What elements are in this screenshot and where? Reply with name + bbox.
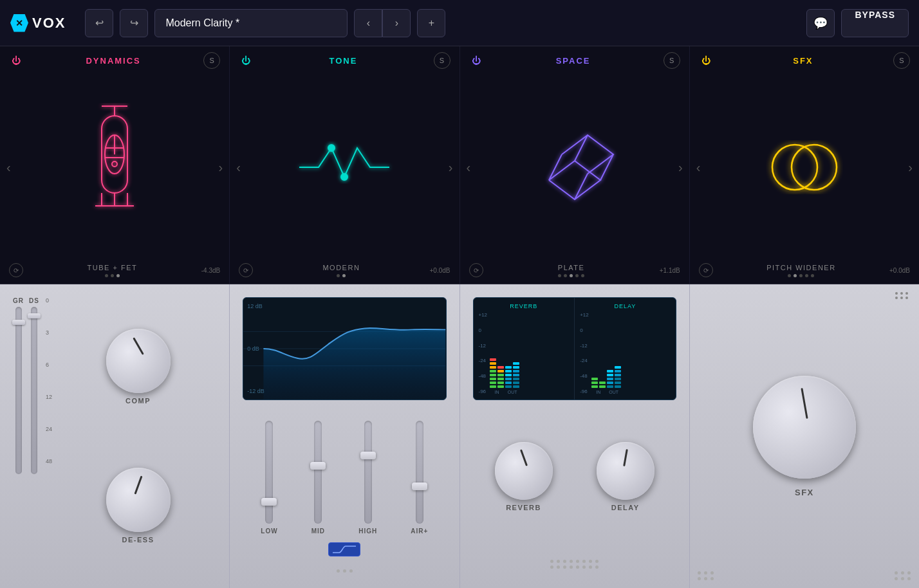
sfx-power-button[interactable]: ⏻: [699, 53, 713, 68]
redo-button[interactable]: ↪: [120, 9, 148, 37]
space-next-arrow[interactable]: ›: [672, 153, 689, 181]
dynamics-header: ⏻ DYNAMICS S: [0, 46, 229, 75]
space-db: +1.1dB: [660, 267, 680, 274]
space-preset-name: PLATE: [483, 264, 660, 271]
undo-button[interactable]: ↩: [85, 9, 113, 37]
space-title: SPACE: [490, 56, 657, 66]
sfx-preset-name: PITCH WIDENER: [713, 264, 889, 271]
air-slider-thumb[interactable]: [412, 482, 427, 490]
tone-footer: ⟳ MODERN +0.0dB: [230, 259, 459, 284]
next-preset-button[interactable]: ›: [382, 9, 411, 37]
dot-2: [116, 274, 120, 277]
tone-eq-icon: [293, 129, 396, 206]
gr-slider-track[interactable]: [15, 307, 22, 474]
dynamics-power-button[interactable]: ⏻: [9, 53, 23, 68]
dynamics-prev-arrow[interactable]: ‹: [0, 153, 17, 181]
sfx-knob-indicator: [801, 388, 808, 419]
dynamics-history-button[interactable]: ⟳: [9, 263, 23, 277]
sfx-knob[interactable]: [753, 376, 856, 479]
air-slider-track[interactable]: [416, 421, 423, 524]
space-speaker-dots: [473, 553, 676, 575]
dynamics-next-arrow[interactable]: ›: [212, 153, 230, 181]
space-settings-button[interactable]: S: [664, 52, 680, 69]
space-prev-arrow[interactable]: ‹: [460, 153, 478, 181]
ds-slider-thumb[interactable]: [28, 313, 41, 318]
tone-visual: ‹ ›: [230, 75, 459, 259]
tone-dot-3: [349, 569, 353, 573]
gr-slider-thumb[interactable]: [12, 320, 25, 325]
scale-6: 6: [46, 362, 52, 368]
comp-knob-container: COMP: [106, 329, 171, 405]
low-cut-icon: [331, 545, 357, 554]
deess-knob[interactable]: [106, 468, 171, 532]
low-label: LOW: [261, 528, 277, 535]
tone-power-button[interactable]: ⏻: [239, 53, 253, 68]
scale-0: 0: [46, 297, 52, 304]
preset-name[interactable]: Modern Clarity *: [154, 9, 348, 37]
tone-header: ⏻ TONE S: [230, 46, 459, 75]
low-slider-thumb[interactable]: [261, 498, 277, 506]
svg-point-14: [341, 174, 348, 180]
deess-label: DE-ESS: [122, 536, 154, 544]
ds-slider-group: DS: [29, 297, 39, 474]
delay-knob-label: DELAY: [611, 504, 640, 511]
sfx-visual: ‹ ›: [690, 75, 919, 259]
deess-knob-container: DE-ESS: [106, 468, 171, 544]
tone-next-arrow[interactable]: ›: [442, 153, 460, 181]
high-slider-thumb[interactable]: [360, 452, 376, 459]
scale-3: 3: [46, 329, 52, 336]
delay-meter-section: DELAY +120-12-24-48-96: [575, 298, 676, 400]
tone-db: +0.0dB: [430, 267, 450, 274]
space-plate-icon: [523, 116, 626, 219]
sfx-top-dots: [895, 292, 909, 299]
deess-indicator: [134, 475, 142, 494]
header: ✕ VOX ↩ ↪ Modern Clarity * ‹ › + 💬 BYPAS…: [0, 0, 919, 46]
low-cut-button[interactable]: [328, 542, 360, 556]
svg-line-16: [575, 174, 588, 199]
sfx-dot-2: [799, 274, 803, 277]
space-dot-0: [558, 274, 561, 277]
high-slider-track[interactable]: [364, 421, 372, 524]
dynamics-visual: ‹: [0, 75, 229, 259]
sfx-settings-button[interactable]: S: [893, 52, 910, 69]
mid-slider-thumb[interactable]: [310, 462, 326, 470]
dynamics-footer: ⟳ TUBE + FET -4.3dB: [0, 259, 229, 284]
space-power-button[interactable]: ⏻: [469, 53, 483, 68]
low-slider-group: LOW: [261, 421, 277, 535]
reverb-knob-label: REVERB: [506, 504, 541, 511]
air-label: AIR+: [411, 528, 428, 535]
tone-settings-button[interactable]: S: [434, 52, 450, 69]
sfx-prev-arrow[interactable]: ‹: [690, 153, 707, 181]
high-slider-group: HIGH: [358, 421, 377, 535]
bypass-button[interactable]: BYPASS: [841, 9, 909, 37]
sfx-title: SFX: [719, 56, 887, 66]
dynamics-module: ⏻ DYNAMICS S ‹: [0, 46, 230, 284]
tone-dot-1: [342, 274, 346, 277]
mid-slider-track[interactable]: [314, 421, 322, 524]
controls-row: GR DS 0 3 6 12: [0, 284, 919, 588]
tone-history-button[interactable]: ⟳: [239, 263, 253, 277]
ds-slider-track[interactable]: [31, 307, 37, 474]
add-preset-button[interactable]: +: [417, 9, 445, 37]
prev-preset-button[interactable]: ‹: [354, 9, 382, 37]
delay-knob[interactable]: [597, 442, 654, 500]
comment-button[interactable]: 💬: [806, 9, 835, 37]
space-history-button[interactable]: ⟳: [469, 263, 483, 277]
scale-24: 24: [46, 426, 52, 432]
tone-dot-1: [337, 569, 340, 573]
sfx-next-arrow[interactable]: ›: [902, 153, 919, 181]
dynamics-controls: GR DS 0 3 6 12: [0, 284, 230, 588]
mid-slider-group: MID: [311, 421, 325, 535]
sfx-history-button[interactable]: ⟳: [699, 263, 713, 277]
air-slider-group: AIR+: [411, 421, 428, 535]
reverb-knob[interactable]: [495, 442, 553, 500]
sfx-controls: SFX: [690, 284, 919, 588]
sfx-dot-3: [805, 274, 808, 277]
tone-prev-arrow[interactable]: ‹: [230, 153, 247, 181]
comp-knob[interactable]: [106, 329, 171, 393]
space-dot-3: [575, 274, 579, 277]
low-slider-track[interactable]: [265, 421, 273, 524]
dynamics-settings-button[interactable]: S: [203, 52, 220, 69]
delay-knob-indicator: [623, 449, 628, 466]
modules-row: ⏻ DYNAMICS S ‹: [0, 46, 919, 284]
